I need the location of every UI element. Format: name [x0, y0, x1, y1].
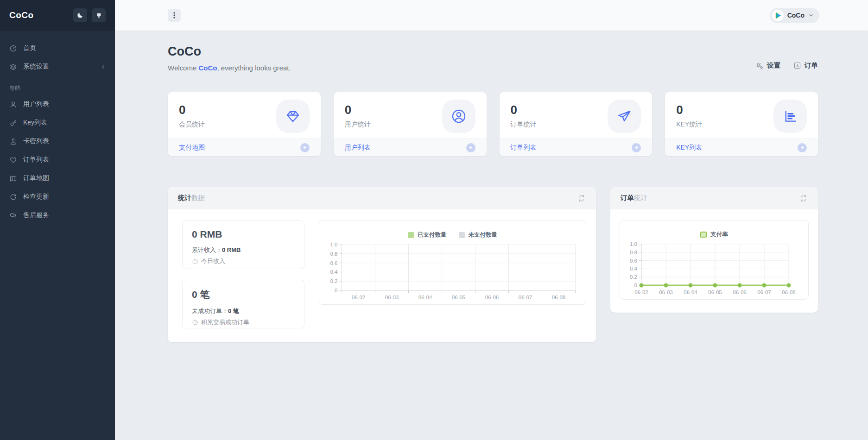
arrow-right-circle-icon — [466, 143, 475, 152]
avatar — [772, 10, 784, 21]
stat-card-footer[interactable]: 用户列表 — [334, 138, 487, 156]
user-circle-icon — [442, 100, 475, 133]
topbar: CoCo — [115, 0, 868, 31]
stats-row: 0 会员统计 支付地图 0 — [168, 92, 818, 156]
failed-orders-row-label: 未成功订单： — [192, 308, 228, 314]
stat-card-footer[interactable]: 支付地图 — [168, 138, 321, 156]
sidebar-nav: 首页 系统设置 导航 用户列表 Key列表 — [0, 31, 115, 225]
orders-button[interactable]: 订单 — [793, 61, 818, 70]
svg-text:0.4: 0.4 — [630, 266, 638, 271]
stats-panel-body: 0 RMB 累计收入：0 RMB 今日收入 0 笔 未成功订单：0 — [168, 209, 596, 342]
kebab-icon — [171, 12, 177, 19]
stat-card-footer[interactable]: KEY列表 — [665, 138, 818, 156]
chevron-left-icon — [101, 64, 106, 69]
sidebar-item-card-list[interactable]: 卡密列表 — [0, 132, 115, 151]
page-head: CoCo Welcome CoCo, everything looks grea… — [168, 44, 818, 72]
arrow-right-circle-icon — [300, 143, 310, 152]
stat-footer-link[interactable]: 支付地图 — [179, 144, 205, 152]
sidebar-item-order-map[interactable]: 订单地图 — [0, 169, 115, 188]
stat-card-main: 0 KEY统计 — [665, 92, 818, 138]
svg-text:06-02: 06-02 — [634, 289, 648, 295]
income-card: 0 RMB 累计收入：0 RMB 今日收入 — [182, 220, 304, 269]
stat-value: 0 — [511, 104, 537, 116]
income-row-value: 0 RMB — [222, 246, 241, 253]
svg-text:1.0: 1.0 — [630, 241, 637, 247]
sidebar-item-order-list[interactable]: 订单列表 — [0, 151, 115, 169]
panel-title-muted: 数据 — [191, 194, 205, 201]
stat-card-keys: 0 KEY统计 KEY列表 — [665, 92, 818, 156]
svg-text:0.8: 0.8 — [330, 251, 338, 257]
stat-value: 0 — [179, 104, 205, 116]
panel-title: 订单统计 — [621, 194, 647, 202]
stat-label: 订单统计 — [511, 120, 537, 129]
svg-text:06-05: 06-05 — [452, 295, 465, 300]
svg-text:06-07: 06-07 — [757, 289, 771, 295]
sidebar-item-label: 系统设置 — [23, 63, 49, 71]
svg-text:0.4: 0.4 — [330, 269, 338, 275]
svg-text:06-08: 06-08 — [782, 289, 795, 295]
stat-label: KEY统计 — [676, 120, 702, 129]
sidebar-item-check-update[interactable]: 检查更新 — [0, 188, 115, 206]
chat-icon — [9, 212, 17, 220]
panel-title: 统计数据 — [178, 194, 205, 202]
stat-footer-link[interactable]: KEY列表 — [676, 144, 702, 152]
settings-button[interactable]: 设置 — [755, 61, 780, 70]
map-icon — [9, 175, 17, 182]
theme-button[interactable] — [92, 8, 106, 22]
gauge-icon — [192, 319, 198, 326]
svg-text:0.2: 0.2 — [630, 274, 637, 280]
briefcase-icon — [192, 258, 198, 264]
stat-card-main: 0 会员统计 — [168, 92, 321, 138]
refresh-button[interactable] — [577, 194, 586, 202]
svg-text:06-02: 06-02 — [352, 295, 365, 300]
svg-text:06-05: 06-05 — [708, 289, 722, 295]
sidebar-item-system-settings[interactable]: 系统设置 — [0, 57, 115, 76]
gem-icon — [276, 100, 310, 133]
orders-panel-body: 支付率 00.20.40.60.81.006-0206-0306-0406-05… — [610, 209, 818, 313]
welcome-prefix: Welcome — [168, 64, 198, 72]
refresh-button[interactable] — [799, 194, 808, 202]
stats-panel-header: 统计数据 — [168, 187, 596, 209]
welcome-suffix: , everything looks great. — [217, 64, 291, 72]
sidebar-item-label: 卡密列表 — [23, 137, 49, 145]
sidebar-item-user-list[interactable]: 用户列表 — [0, 95, 115, 113]
stat-footer-link[interactable]: 用户列表 — [345, 144, 371, 152]
brush-icon — [95, 12, 102, 19]
sidebar-item-after-sales[interactable]: 售后服务 — [0, 206, 115, 225]
content: CoCo Welcome CoCo, everything looks grea… — [115, 31, 868, 342]
brand-logo: CoCo — [9, 10, 34, 20]
stat-card-main: 0 用户统计 — [334, 92, 487, 138]
user-icon — [9, 101, 17, 108]
refresh-icon — [9, 193, 17, 201]
stat-label: 会员统计 — [179, 120, 205, 129]
pay-rate-chart: 00.20.40.60.81.006-0206-0306-0406-0506-0… — [620, 220, 808, 299]
sidebar-item-home[interactable]: 首页 — [0, 39, 115, 57]
orders-label: 订单 — [805, 61, 818, 70]
sidebar-item-label: Key列表 — [23, 119, 47, 127]
stat-card-footer[interactable]: 订单列表 — [500, 138, 653, 156]
arrow-right-circle-icon — [798, 143, 807, 152]
welcome-text: Welcome CoCo, everything looks great. — [168, 64, 291, 72]
gauge-icon — [9, 44, 17, 52]
failed-orders-card: 0 笔 未成功订单：0 笔 积累交易成功订单 — [182, 280, 304, 328]
sidebar-item-label: 订单地图 — [23, 174, 49, 182]
svg-text:06-04: 06-04 — [684, 289, 697, 295]
orders-panel: 订单统计 支付率 00.20.40.60.81.006-0206-0306-04… — [610, 187, 818, 313]
key-icon — [9, 119, 17, 127]
user-menu-button[interactable]: CoCo — [770, 8, 819, 23]
dark-mode-button[interactable] — [73, 8, 87, 22]
sidebar-toggle-button[interactable] — [168, 9, 181, 22]
stat-footer-link[interactable]: 订单列表 — [511, 144, 537, 152]
head-actions: 设置 订单 — [755, 61, 818, 72]
svg-text:06-06: 06-06 — [733, 289, 746, 295]
stats-panel: 统计数据 0 RMB 累计收入：0 RMB — [168, 187, 596, 342]
stat-card-orders: 0 订单统计 订单列表 — [500, 92, 653, 156]
income-value: 0 RMB — [192, 229, 295, 240]
failed-orders-caption-text: 积累交易成功订单 — [201, 318, 249, 327]
moon-icon — [76, 12, 84, 19]
paid-unpaid-chart-box: 已支付数量未支付数量 00.20.40.60.81.006-0206-0306-… — [319, 220, 586, 305]
page-title: CoCo — [168, 44, 291, 59]
welcome-user-link[interactable]: CoCo — [198, 64, 217, 72]
sidebar-item-key-list[interactable]: Key列表 — [0, 113, 115, 132]
failed-orders-row: 未成功订单：0 笔 — [192, 307, 295, 315]
